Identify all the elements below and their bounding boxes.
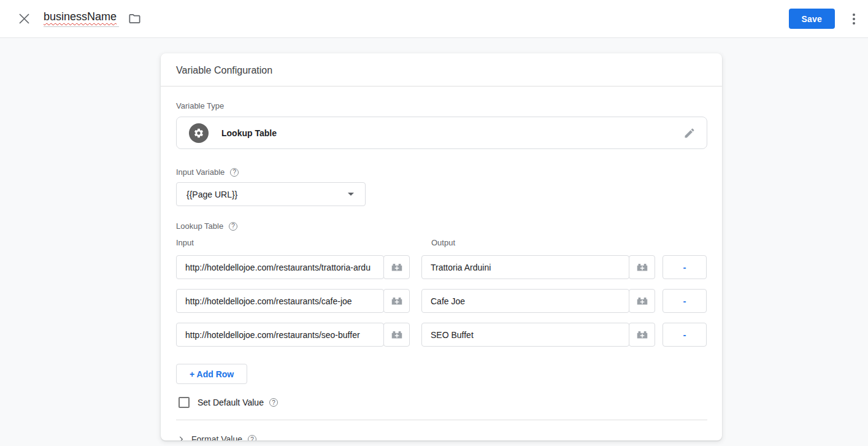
- input-variable-value: {{Page URL}}: [186, 190, 237, 199]
- card-body: Variable Type Lookup Table Input Variabl…: [161, 87, 722, 420]
- input-variable-label-row: Input Variable ?: [176, 167, 707, 177]
- help-icon[interactable]: ?: [248, 435, 256, 440]
- remove-row-button[interactable]: -: [663, 255, 707, 279]
- table-row: -: [176, 255, 707, 279]
- insert-variable-icon[interactable]: [629, 323, 655, 347]
- chevron-down-icon: [348, 193, 354, 196]
- remove-row-button[interactable]: -: [663, 323, 707, 347]
- more-options-icon[interactable]: [846, 9, 862, 29]
- add-row-button[interactable]: + Add Row: [176, 364, 247, 384]
- insert-variable-icon[interactable]: [383, 323, 410, 347]
- variable-type-box[interactable]: Lookup Table: [176, 117, 707, 149]
- row-output-field[interactable]: [421, 255, 629, 279]
- edit-icon[interactable]: [681, 125, 698, 142]
- input-variable-dropdown[interactable]: {{Page URL}}: [176, 182, 366, 206]
- insert-variable-icon[interactable]: [383, 289, 410, 313]
- format-value-section[interactable]: Format Value ?: [161, 420, 722, 440]
- variable-type-value: Lookup Table: [221, 128, 277, 138]
- chevron-right-icon[interactable]: [176, 434, 186, 440]
- page-background: Variable Configuration Variable Type Loo…: [0, 53, 868, 446]
- output-column-header: Output: [421, 238, 455, 247]
- set-default-value-checkbox[interactable]: [179, 397, 190, 408]
- input-variable-label: Input Variable: [176, 167, 225, 177]
- output-field-group: [421, 289, 655, 313]
- insert-variable-icon[interactable]: [383, 255, 410, 279]
- folder-icon[interactable]: [126, 11, 142, 27]
- card-title: Variable Configuration: [161, 53, 722, 87]
- row-output-field[interactable]: [421, 289, 629, 313]
- help-icon[interactable]: ?: [229, 222, 237, 231]
- lookup-table-column-headers: Input Output: [176, 238, 707, 247]
- variable-type-label: Variable Type: [176, 101, 707, 110]
- lookup-table-label: Lookup Table: [176, 221, 223, 231]
- insert-variable-icon[interactable]: [629, 289, 655, 313]
- input-field-group: [176, 255, 410, 279]
- variable-name-field[interactable]: businessName: [44, 10, 119, 27]
- lookup-table-rows: - -: [176, 255, 707, 347]
- close-icon[interactable]: [17, 12, 31, 26]
- variable-configuration-card: Variable Configuration Variable Type Loo…: [161, 53, 722, 440]
- input-field-group: [176, 289, 410, 313]
- set-default-value-row: Set Default Value ?: [176, 397, 707, 408]
- save-button[interactable]: Save: [789, 9, 835, 29]
- input-field-group: [176, 323, 410, 347]
- insert-variable-icon[interactable]: [629, 255, 655, 279]
- output-field-group: [421, 323, 655, 347]
- table-row: -: [176, 323, 707, 347]
- table-row: -: [176, 289, 707, 313]
- gear-icon: [189, 123, 209, 143]
- input-column-header: Input: [176, 238, 421, 247]
- row-input-field[interactable]: [176, 289, 384, 313]
- lookup-table-label-row: Lookup Table ?: [176, 221, 707, 231]
- help-icon[interactable]: ?: [230, 168, 239, 177]
- set-default-value-label: Set Default Value: [198, 398, 264, 407]
- output-field-group: [421, 255, 655, 279]
- row-output-field[interactable]: [421, 323, 629, 347]
- format-value-label: Format Value: [191, 434, 242, 440]
- top-bar: businessName Save: [0, 0, 868, 38]
- remove-row-button[interactable]: -: [663, 289, 707, 313]
- row-input-field[interactable]: [176, 323, 384, 347]
- row-input-field[interactable]: [176, 255, 384, 279]
- help-icon[interactable]: ?: [269, 398, 278, 407]
- variable-name: businessName: [44, 10, 117, 23]
